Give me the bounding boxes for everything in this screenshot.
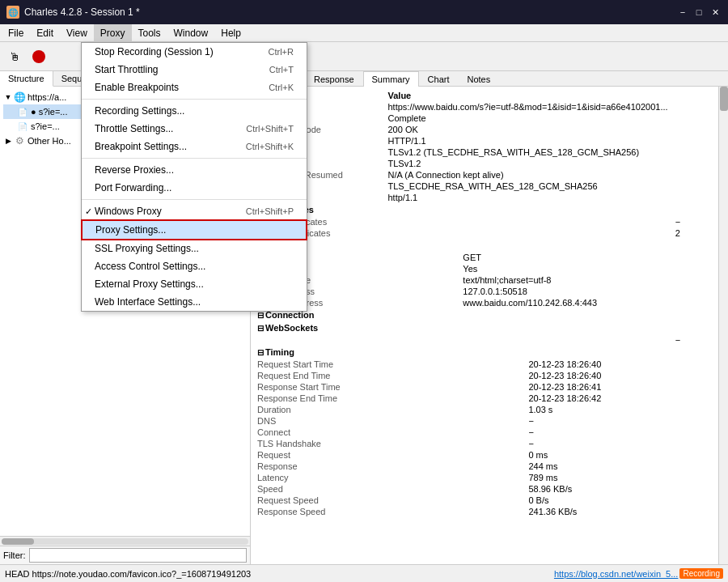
menu-item-port-forwarding[interactable]: Port Forwarding... bbox=[82, 179, 307, 197]
menu-item-breakpoint-settings[interactable]: Breakpoint Settings... Ctrl+Shift+K bbox=[82, 138, 307, 155]
menu-item-stop-recording[interactable]: Stop Recording (Session 1) Ctrl+R bbox=[82, 43, 307, 61]
menu-item-enable-breakpoints[interactable]: Enable Breakpoints Ctrl+K bbox=[82, 79, 307, 96]
separator-3 bbox=[82, 199, 307, 200]
menu-item-start-throttling[interactable]: Start Throttling Ctrl+T bbox=[82, 61, 307, 79]
check-icon: ✓ bbox=[85, 206, 92, 217]
separator-1 bbox=[82, 99, 307, 100]
menu-item-throttle-settings[interactable]: Throttle Settings... Ctrl+Shift+T bbox=[82, 120, 307, 138]
menu-item-external-proxy-settings[interactable]: External Proxy Settings... bbox=[82, 275, 307, 293]
menu-item-web-interface-settings[interactable]: Web Interface Settings... bbox=[82, 293, 307, 311]
dropdown-overlay[interactable]: Stop Recording (Session 1) Ctrl+R Start … bbox=[0, 0, 728, 582]
proxy-dropdown-menu: Stop Recording (Session 1) Ctrl+R Start … bbox=[81, 42, 307, 312]
menu-item-windows-proxy[interactable]: ✓ Windows Proxy Ctrl+Shift+P bbox=[82, 202, 307, 220]
menu-item-proxy-settings[interactable]: Proxy Settings... bbox=[82, 220, 307, 240]
menu-item-ssl-proxying-settings[interactable]: SSL Proxying Settings... bbox=[82, 240, 307, 257]
menu-item-recording-settings[interactable]: Recording Settings... bbox=[82, 102, 307, 120]
menu-item-access-control-settings[interactable]: Access Control Settings... bbox=[82, 257, 307, 275]
menu-item-reverse-proxies[interactable]: Reverse Proxies... bbox=[82, 161, 307, 179]
separator-2 bbox=[82, 158, 307, 159]
